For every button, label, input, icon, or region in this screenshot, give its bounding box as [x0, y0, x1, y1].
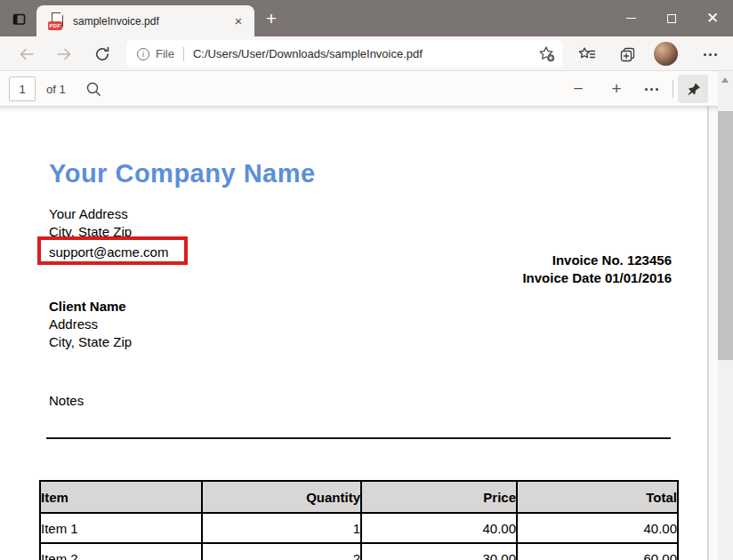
company-name: Your Company Name [49, 159, 316, 188]
page-number-input[interactable] [9, 76, 36, 101]
minimize-button[interactable] [610, 0, 651, 36]
client-name: Client Name [49, 299, 126, 314]
header-item: Item [40, 481, 202, 513]
settings-menu-button[interactable] [698, 43, 721, 66]
section-divider [46, 437, 671, 439]
zoom-out-button[interactable]: − [567, 77, 590, 100]
back-button[interactable] [15, 43, 38, 66]
navigation-bar: i File C:/Users/User/Downloads/sampleInv… [0, 36, 733, 71]
scroll-up-arrow[interactable] [721, 77, 729, 83]
pdf-tab[interactable]: PDF sampleInvoice.pdf × [36, 5, 254, 36]
header-quantity: Quantity [202, 481, 361, 513]
cell-quantity: 1 [202, 513, 361, 543]
invoice-table: Item Quantity Price Total Item 1 1 40.00… [39, 480, 679, 560]
site-info-icon[interactable]: i [137, 48, 149, 60]
notes-label: Notes [49, 393, 84, 408]
cell-price: 30.00 [361, 543, 517, 560]
pin-toolbar-button[interactable] [678, 75, 708, 103]
cell-price: 40.00 [361, 513, 517, 543]
table-header-row: Item Quantity Price Total [40, 481, 678, 513]
client-city: City, State Zip [49, 334, 132, 349]
more-options-button[interactable] [640, 77, 663, 100]
ellipsis-icon [704, 53, 717, 56]
tab-close-button[interactable]: × [230, 13, 246, 29]
cell-item: Item 1 [40, 513, 202, 543]
close-icon: ✕ [706, 11, 719, 26]
toolbar-divider [673, 80, 673, 98]
pdf-page: Your Company Name Your Address City, Sta… [0, 107, 707, 560]
forward-button[interactable] [52, 43, 76, 66]
back-arrow-icon [19, 47, 35, 61]
table-row: Item 2 2 30.00 60.00 [40, 543, 678, 560]
invoice-number: Invoice No. 123456 [405, 252, 672, 268]
add-favorite-star-icon [538, 45, 555, 62]
maximize-icon [667, 14, 676, 23]
collections-button[interactable] [616, 43, 639, 66]
address-bar[interactable]: i File C:/Users/User/Downloads/sampleInv… [126, 40, 562, 68]
pdf-toolbar: of 1 − + [0, 71, 718, 107]
browser-window: PDF sampleInvoice.pdf × + ✕ [0, 0, 733, 560]
table-row: Item 1 1 40.00 40.00 [40, 513, 678, 543]
more-options-ellipsis-icon [645, 88, 658, 91]
favorites-hub-icon [578, 46, 596, 62]
protocol-label: File [156, 47, 174, 60]
maximize-button[interactable] [651, 0, 692, 36]
zoom-in-button[interactable]: + [605, 77, 628, 100]
header-total: Total [517, 481, 678, 513]
add-favorite-button[interactable] [538, 45, 555, 62]
minimize-icon [626, 18, 636, 20]
company-email: support@acme.com [49, 244, 168, 260]
company-address: Your Address [49, 206, 128, 221]
scrollbar-thumb[interactable] [718, 111, 733, 360]
page-edge-shadow [707, 107, 709, 560]
toolbar-shadow [0, 107, 718, 112]
new-tab-button[interactable]: + [261, 8, 282, 29]
window-controls: ✕ [610, 0, 733, 36]
vertical-scrollbar[interactable] [718, 71, 733, 560]
profile-avatar[interactable] [654, 42, 678, 66]
pin-icon [686, 82, 701, 97]
tab-actions-icon [12, 12, 27, 27]
refresh-icon [94, 46, 110, 62]
cell-total: 40.00 [517, 513, 678, 543]
close-button[interactable]: ✕ [692, 0, 733, 36]
collections-icon [619, 46, 636, 63]
tab-actions-menu-button[interactable] [7, 7, 30, 30]
tab-title: sampleInvoice.pdf [73, 15, 230, 28]
forward-arrow-icon [56, 47, 72, 61]
pdf-file-icon: PDF [50, 12, 65, 30]
page-count-label: of 1 [46, 83, 66, 96]
search-button[interactable] [82, 77, 105, 100]
url-text: C:/Users/User/Downloads/sampleInvoice.pd… [193, 47, 538, 60]
cell-quantity: 2 [202, 543, 361, 560]
pdf-viewport: Your Company Name Your Address City, Sta… [0, 107, 718, 560]
cell-total: 60.00 [517, 543, 678, 560]
cell-item: Item 2 [40, 543, 202, 560]
header-price: Price [361, 481, 517, 513]
address-divider [183, 47, 184, 61]
titlebar: PDF sampleInvoice.pdf × + ✕ [0, 0, 733, 36]
refresh-button[interactable] [91, 43, 114, 66]
search-icon [85, 81, 101, 97]
favorites-button[interactable] [576, 43, 599, 66]
client-address: Address [49, 316, 98, 332]
invoice-date: Invoice Date 01/01/2016 [405, 270, 672, 285]
